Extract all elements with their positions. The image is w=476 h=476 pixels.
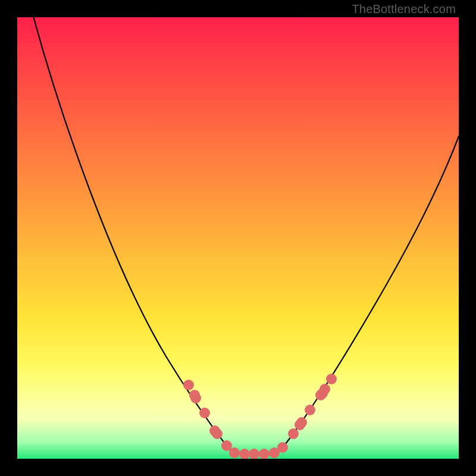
curve-marker (259, 449, 270, 459)
curve-marker (239, 449, 250, 459)
curve-marker (212, 428, 223, 439)
chart-plot-area (17, 17, 459, 459)
curve-marker (249, 449, 259, 459)
curve-marker (296, 417, 307, 428)
curve-marker (320, 384, 330, 394)
watermark-text: TheBottleneck.com (352, 2, 456, 16)
curve-marker (183, 380, 194, 390)
curve-marker (288, 428, 299, 439)
curve-markers-group (183, 374, 337, 459)
bottleneck-curve (30, 17, 459, 455)
curve-marker (277, 442, 288, 453)
chart-svg (17, 17, 459, 459)
curve-marker (199, 408, 210, 418)
curve-marker (190, 393, 201, 403)
curve-marker (326, 374, 337, 384)
curve-marker (229, 447, 240, 458)
curve-marker (305, 405, 315, 415)
